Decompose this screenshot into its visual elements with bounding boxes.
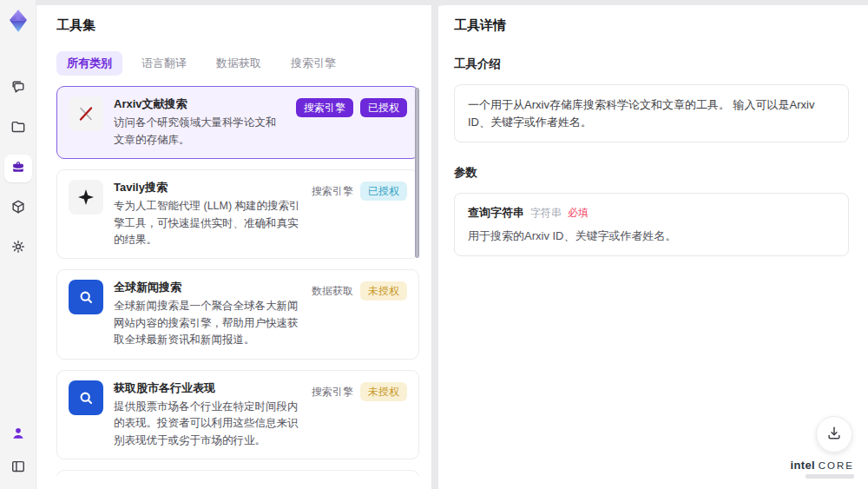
tool-card[interactable]: 获取股市各行业表现 提供股票市场各个行业在特定时间段内的表现。投资者可以利用这些… [56,370,419,459]
tool-card[interactable]: Arxiv文献搜索 访问各个研究领域大量科学论文和文章的存储库。 搜索引擎 已授… [56,86,419,159]
auth-badge: 未授权 [360,281,407,301]
brand-subline [806,474,854,479]
intel-core-logo: intel CORE [791,459,854,479]
download-button[interactable] [816,416,852,453]
category-badge: 搜索引擎 [296,98,353,117]
brand-core-text: CORE [819,460,854,471]
tool-name: Arxiv文献搜索 [114,96,286,112]
sidebar [0,0,36,489]
sidebar-item-toolbox[interactable] [4,155,32,182]
settings-icon [10,238,27,259]
tool-list-panel: 工具集 所有类别语言翻译数据获取搜索引擎 Arxiv文献搜索 访问各个研究领域大… [36,0,431,489]
panel-icon [10,458,27,479]
tool-description: 访问各个研究领域大量科学论文和文章的存储库。 [114,115,286,149]
param-list: 查询字符串 字符串 必填 用于搜索的Arxiv ID、关键字或作者姓名。 [454,193,849,256]
param-type: 字符串 [530,206,562,221]
category-badge: 搜索引擎 [312,382,353,401]
tab-所有类别[interactable]: 所有类别 [56,51,122,76]
scrollbar-thumb[interactable] [415,88,419,258]
tool-detail-panel: 工具详情 工具介绍 一个用于从Arxiv存储库搜索科学论文和文章的工具。 输入可… [438,0,868,489]
tab-搜索引擎[interactable]: 搜索引擎 [280,51,346,76]
sidebar-item-folder[interactable] [4,115,32,142]
sidebar-item-panel[interactable] [6,456,30,480]
intro-heading: 工具介绍 [454,56,849,72]
app-window: 工具集 所有类别语言翻译数据获取搜索引擎 Arxiv文献搜索 访问各个研究领域大… [0,0,868,489]
stock-sector-icon [69,380,103,415]
sidebar-item-user[interactable] [6,423,30,447]
tavily-icon [69,180,103,215]
tab-语言翻译[interactable]: 语言翻译 [131,51,197,76]
tool-card[interactable]: Tavily搜索 专为人工智能代理 (LLM) 构建的搜索引擎工具，可快速提供实… [56,169,419,259]
intro-box: 一个用于从Arxiv存储库搜索科学论文和文章的工具。 输入可以是Arxiv ID… [454,84,849,142]
tool-description: 全球新闻搜索是一个聚合全球各大新闻网站内容的搜索引擎，帮助用户快速获取全球最新资… [114,298,301,348]
brand-intel-text: intel [791,459,815,472]
category-badge: 数据获取 [312,281,353,301]
param-description: 用于搜索的Arxiv ID、关键字或作者姓名。 [468,228,835,244]
cube-icon [10,198,27,219]
tab-数据获取[interactable]: 数据获取 [206,51,272,76]
toolbox-icon [10,158,27,179]
param-name: 查询字符串 [468,205,524,221]
page-title: 工具集 [56,17,431,34]
sidebar-item-chat[interactable] [4,75,32,102]
param-required-flag: 必填 [568,206,589,221]
tool-description: 提供股票市场各个行业在特定时间段内的表现。投资者可以利用这些信息来识别表现优于或… [114,399,301,449]
folder-icon [10,118,27,139]
detail-title: 工具详情 [454,17,849,34]
download-icon [825,425,843,445]
tool-card[interactable]: 全球新闻搜索 全球新闻搜索是一个聚合全球各大新闻网站内容的搜索引擎，帮助用户快速… [56,269,419,359]
intro-text: 一个用于从Arxiv存储库搜索科学论文和文章的工具。 输入可以是Arxiv ID… [468,98,814,129]
news-search-icon [69,280,103,314]
params-heading: 参数 [454,165,849,181]
tool-description: 专为人工智能代理 (LLM) 构建的搜索引擎工具，可快速提供实时、准确和真实的结… [114,198,301,248]
sidebar-item-settings[interactable] [4,235,32,262]
arxiv-icon [69,96,103,131]
category-badge: 搜索引擎 [312,182,353,201]
sidebar-item-cube[interactable] [4,195,32,222]
tool-list: Arxiv文献搜索 访问各个研究领域大量科学论文和文章的存储库。 搜索引擎 已授… [56,86,419,476]
parameter-card: 查询字符串 字符串 必填 用于搜索的Arxiv ID、关键字或作者姓名。 [454,193,849,256]
tool-name: 获取股市各行业表现 [114,380,301,396]
tool-name: Tavily搜索 [114,180,301,195]
auth-badge: 已授权 [360,182,407,201]
category-tabs: 所有类别语言翻译数据获取搜索引擎 [56,51,431,76]
tool-name: 全球新闻搜索 [114,280,301,295]
app-logo-icon [6,9,30,33]
tool-card[interactable]: 获取市场最活跃股票信息 提供当天交易量最高的股票列表，投资者可以利用这些信息来识… [56,470,419,476]
auth-badge: 已授权 [360,98,407,117]
chat-icon [10,78,27,99]
auth-badge: 未授权 [360,382,407,401]
user-icon [10,425,27,446]
